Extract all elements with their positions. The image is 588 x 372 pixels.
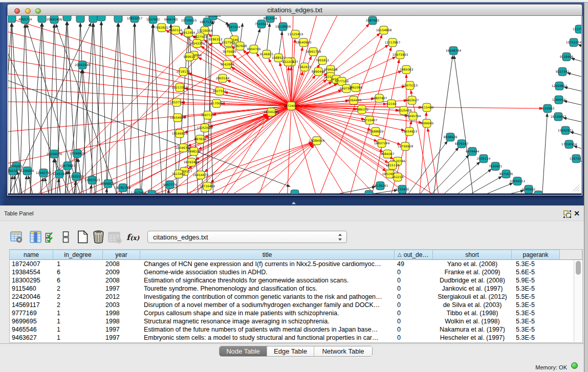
table-row[interactable]: 911546021997Tourette syndrome. Phenomeno… xyxy=(10,285,574,293)
cell-in_degree[interactable]: 2 xyxy=(57,285,103,293)
cell-out_de[interactable]: 0 xyxy=(397,268,433,276)
teal-node[interactable] xyxy=(291,190,299,194)
table-row[interactable]: 969969511998Structural magnetic resonanc… xyxy=(10,317,574,325)
close-panel-icon[interactable]: ✕ xyxy=(573,209,581,217)
float-window-icon[interactable] xyxy=(563,210,572,218)
cell-pagerank[interactable]: 5.5E-5 xyxy=(516,293,560,301)
teal-node[interactable] xyxy=(148,190,156,194)
cell-in_degree[interactable]: 6 xyxy=(57,276,103,285)
cell-short[interactable]: Yano et al. (2008) xyxy=(433,260,512,268)
cell-pagerank[interactable]: 5.9E-5 xyxy=(516,276,560,285)
table-vertical-scrollbar[interactable] xyxy=(574,260,582,342)
cell-name[interactable]: 19384554 xyxy=(12,268,53,276)
cell-in_degree[interactable]: 2 xyxy=(57,293,103,301)
cell-year[interactable]: 1997 xyxy=(105,325,140,334)
cell-short[interactable]: Wolkin et al. (1998) xyxy=(433,317,512,325)
table-row[interactable]: 1872400712008Changes of HCN gene express… xyxy=(10,260,574,268)
column-header-out_de[interactable]: △out_de… xyxy=(395,250,433,260)
cell-title[interactable]: Corpus callosum shape and size in male p… xyxy=(144,309,395,317)
teal-node[interactable] xyxy=(8,16,16,23)
table-row[interactable]: 946554611997Estimation of the future num… xyxy=(10,325,574,334)
teal-node[interactable] xyxy=(534,191,542,194)
teal-node[interactable] xyxy=(76,16,84,23)
cell-year[interactable]: 1998 xyxy=(105,317,140,325)
cell-name[interactable]: 9115460 xyxy=(12,285,53,293)
scrollbar-thumb[interactable] xyxy=(576,261,581,275)
cell-out_de[interactable]: 0 xyxy=(397,317,433,325)
column-header-year[interactable]: year xyxy=(103,250,140,260)
teal-node[interactable] xyxy=(114,16,122,23)
table-mode-icon[interactable] xyxy=(10,231,23,246)
cell-out_de[interactable]: 0 xyxy=(397,325,433,334)
cell-short[interactable]: Nakamura et al. (1997) xyxy=(433,325,512,334)
create-column-icon[interactable] xyxy=(77,230,89,246)
column-header-in_degree[interactable]: in_degree xyxy=(53,250,103,260)
cell-title[interactable]: Tourette syndrome. Phenomenology and cla… xyxy=(144,285,395,293)
column-header-pagerank[interactable]: pagerank xyxy=(512,250,560,260)
cell-in_degree[interactable]: 6 xyxy=(57,268,103,276)
cell-title[interactable]: Embryonic stem cells: a model to study s… xyxy=(144,334,395,342)
table-row[interactable]: 1456911722003Disruption of a novel membe… xyxy=(10,301,574,309)
table-row[interactable]: 1830029562008Estimation of significance … xyxy=(10,276,574,285)
cell-title[interactable]: Disruption of a novel member of a sodium… xyxy=(144,301,395,309)
cell-short[interactable]: Stergiakouli et al. (2012) xyxy=(433,293,512,301)
table-row[interactable]: 977716911998Corpus callosum shape and si… xyxy=(10,309,574,317)
cell-in_degree[interactable]: 1 xyxy=(57,334,103,342)
table-row[interactable]: 2242004622012Investigating the contribut… xyxy=(10,293,574,301)
cell-out_de[interactable]: 0 xyxy=(397,285,433,293)
cell-in_degree[interactable]: 2 xyxy=(57,301,103,309)
cell-title[interactable]: Investigating the contribution of common… xyxy=(144,293,395,301)
cell-out_de[interactable]: 0 xyxy=(397,301,433,309)
cell-short[interactable]: Franke et al. (2009) xyxy=(433,268,512,276)
cell-year[interactable]: 2008 xyxy=(105,276,140,285)
cell-name[interactable]: 14569117 xyxy=(12,301,53,309)
cell-out_de[interactable]: 49 xyxy=(397,260,433,268)
resize-grip-icon[interactable] xyxy=(571,184,580,192)
cell-title[interactable]: Changes of HCN gene expression and I(f) … xyxy=(144,260,395,268)
cell-pagerank[interactable]: 5.3E-5 xyxy=(516,309,560,317)
cell-name[interactable]: 22420046 xyxy=(12,293,53,301)
teal-node[interactable] xyxy=(97,16,105,21)
cell-out_de[interactable]: 0 xyxy=(397,276,433,285)
table-row[interactable]: 946362711997Embryonic stem cells: a mode… xyxy=(10,334,574,342)
cell-name[interactable]: 9777169 xyxy=(12,309,53,317)
cell-year[interactable]: 1997 xyxy=(105,285,140,293)
cell-short[interactable]: Hescheler et al. (1997) xyxy=(433,334,512,342)
cell-pagerank[interactable]: 5.3E-5 xyxy=(516,301,560,309)
show-column-icon[interactable] xyxy=(30,231,41,246)
cell-year[interactable]: 1997 xyxy=(105,334,140,342)
network-window-titlebar[interactable]: citations_edges.txt xyxy=(7,4,582,16)
cell-year[interactable]: 2012 xyxy=(105,293,140,301)
cell-title[interactable]: Estimation of significance thresholds fo… xyxy=(144,276,395,285)
cell-title[interactable]: Structural magnetic resonance image aver… xyxy=(144,317,395,325)
cell-name[interactable]: 9465546 xyxy=(12,325,53,334)
splitter-collapse-handle[interactable] xyxy=(290,201,297,205)
tab-node-table[interactable]: Node Table xyxy=(220,346,267,356)
teal-node[interactable] xyxy=(365,190,373,194)
delete-table-icon[interactable] xyxy=(108,232,122,246)
network-graph[interactable]: 1872400740557142069140610853257152760264… xyxy=(8,16,581,194)
cell-pagerank[interactable]: 5.3E-5 xyxy=(516,334,560,342)
cell-year[interactable]: 1998 xyxy=(105,309,140,317)
table-selector-dropdown[interactable]: citations_edges.txt xyxy=(147,231,347,243)
teal-node[interactable] xyxy=(38,16,46,23)
column-header-short[interactable]: short xyxy=(433,250,512,260)
cell-name[interactable]: 18724007 xyxy=(12,260,53,268)
cell-short[interactable]: Jankovic et al. (1997) xyxy=(433,285,512,293)
cell-name[interactable]: 18300295 xyxy=(12,276,53,285)
tab-network-table[interactable]: Network Table xyxy=(314,346,372,356)
cell-short[interactable]: Dudbridge et al. (2008) xyxy=(433,276,512,285)
cell-pagerank[interactable]: 5.3E-5 xyxy=(516,285,560,293)
cell-short[interactable]: Tibbo et al. (1998) xyxy=(433,309,512,317)
row-height-icon[interactable] xyxy=(62,231,69,246)
network-canvas[interactable]: 1872400740557142069140610853257152760264… xyxy=(8,16,582,195)
cell-name[interactable]: 9699695 xyxy=(12,317,53,325)
tab-edge-table[interactable]: Edge Table xyxy=(267,346,314,356)
cell-out_de[interactable]: 0 xyxy=(397,334,433,342)
function-builder-icon[interactable]: f(x) xyxy=(126,232,139,242)
cell-title[interactable]: Genome-wide association studies in ADHD. xyxy=(144,268,395,276)
delete-column-icon[interactable] xyxy=(92,230,105,246)
cell-year[interactable]: 2009 xyxy=(105,268,140,276)
cell-pagerank[interactable]: 5.3E-5 xyxy=(516,325,560,334)
cell-pagerank[interactable]: 5.6E-5 xyxy=(516,268,560,276)
